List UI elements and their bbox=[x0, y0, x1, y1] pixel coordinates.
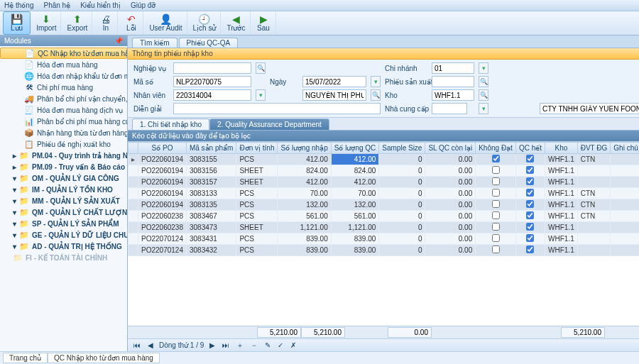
cell[interactable]: 0.00 bbox=[425, 165, 476, 177]
checkbox-qchet[interactable] bbox=[526, 211, 534, 219]
cell[interactable]: 70.00 bbox=[278, 188, 331, 199]
cell[interactable]: 0 bbox=[379, 211, 425, 222]
cell[interactable]: WHF1.1 bbox=[545, 177, 578, 188]
cell[interactable]: PCS bbox=[236, 233, 278, 245]
cell[interactable]: 561.00 bbox=[278, 211, 331, 222]
nav-cancel[interactable]: ✗ bbox=[289, 341, 297, 349]
tree-item[interactable]: 🛠Chi phí mua hàng bbox=[0, 82, 127, 93]
cell[interactable] bbox=[476, 154, 516, 165]
tree-folder[interactable]: ▾📁GE - QUẢN LÝ DỮ LIỆU CHUNG bbox=[0, 229, 127, 241]
cell[interactable]: 412.00 bbox=[331, 154, 379, 165]
cell[interactable]: PO22060238 bbox=[138, 222, 187, 233]
cell[interactable]: 0.00 bbox=[425, 233, 476, 245]
calendar-icon[interactable]: ▾ bbox=[371, 76, 381, 87]
prev-button[interactable]: ◀Trước bbox=[222, 11, 250, 35]
cell[interactable] bbox=[515, 154, 545, 165]
cell[interactable] bbox=[476, 199, 516, 211]
cell[interactable]: CTN bbox=[577, 154, 611, 165]
cell[interactable] bbox=[515, 177, 545, 188]
useraudit-button[interactable]: 👤User Audit bbox=[145, 11, 187, 35]
cell[interactable]: 0 bbox=[379, 245, 425, 256]
cell[interactable]: WHF1.1 bbox=[545, 245, 578, 256]
cell[interactable] bbox=[611, 188, 639, 199]
cell[interactable]: 0 bbox=[379, 165, 425, 177]
table-row[interactable]: PO220601943083133PCS70.0070.0000.00WHF1.… bbox=[129, 188, 640, 199]
tree-folder[interactable]: ▸📁PM.09 - Truy vấn & Báo cáo bbox=[0, 161, 127, 172]
cell[interactable]: WHF1.1 bbox=[545, 222, 578, 233]
cell[interactable]: PCS bbox=[236, 154, 278, 165]
cell[interactable]: PO22060194 bbox=[138, 177, 187, 188]
menu-kieuhienthi[interactable]: Kiểu hiển thị bbox=[80, 1, 121, 9]
cell[interactable]: 3083473 bbox=[186, 222, 236, 233]
cell[interactable] bbox=[476, 165, 516, 177]
table-row[interactable]: PO220701243083432PCS839.00839.0000.00WHF… bbox=[129, 245, 640, 256]
cell[interactable] bbox=[515, 222, 545, 233]
checkbox-khongdat[interactable] bbox=[492, 166, 500, 174]
import-button[interactable]: ⬇Import bbox=[32, 11, 61, 35]
table-row[interactable]: PO220601943083156SHEET824.00824.0000.00W… bbox=[129, 165, 640, 177]
cell[interactable]: PCS bbox=[236, 211, 278, 222]
cell[interactable] bbox=[515, 199, 545, 211]
cell[interactable]: PO22070124 bbox=[138, 245, 187, 256]
nav-prev[interactable]: ◀ bbox=[146, 341, 155, 349]
lookup-icon[interactable]: 🔍 bbox=[371, 89, 381, 101]
cell[interactable]: 70.00 bbox=[331, 188, 379, 199]
cell[interactable]: 0.00 bbox=[425, 211, 476, 222]
cell[interactable] bbox=[476, 233, 516, 245]
cell[interactable]: 3083432 bbox=[186, 245, 236, 256]
lookup-icon[interactable]: ▾ bbox=[256, 89, 266, 101]
history-button[interactable]: 🕘Lịch sử bbox=[189, 11, 222, 35]
checkbox-qchet[interactable] bbox=[526, 155, 534, 162]
col-header[interactable]: Đơn vị tính bbox=[236, 143, 278, 154]
save-button[interactable]: 💾Lưu bbox=[3, 11, 31, 35]
tree-folder[interactable]: ▾📁OM - QUẢN LÝ GIA CÔNG bbox=[0, 172, 127, 184]
input-nhanvien-code[interactable] bbox=[173, 89, 251, 101]
nav-remove[interactable]: － bbox=[249, 341, 259, 351]
tree-item[interactable]: 📦Nhận hàng thừa từ đơn hàng bbox=[0, 127, 127, 138]
next-button[interactable]: ▶Sau bbox=[252, 11, 276, 35]
input-ncc-code[interactable] bbox=[432, 103, 467, 114]
cell[interactable]: WHF1.1 bbox=[545, 233, 578, 245]
nav-first[interactable]: ⏮ bbox=[132, 341, 142, 349]
cell[interactable]: 0 bbox=[379, 199, 425, 211]
cell[interactable] bbox=[476, 177, 516, 188]
cell[interactable]: 3083431 bbox=[186, 233, 236, 245]
col-header[interactable]: Kho bbox=[545, 143, 578, 154]
lookup-icon[interactable]: ▾ bbox=[479, 103, 488, 114]
cell[interactable]: 839.00 bbox=[278, 245, 331, 256]
cell[interactable] bbox=[577, 177, 611, 188]
cell[interactable]: PCS bbox=[236, 199, 278, 211]
cell[interactable]: PO22060194 bbox=[138, 165, 187, 177]
nav-check[interactable]: ✓ bbox=[276, 341, 285, 349]
cell[interactable]: PCS bbox=[236, 188, 278, 199]
col-header[interactable]: Sample Size bbox=[379, 143, 425, 154]
cell[interactable] bbox=[611, 245, 639, 256]
tree-folder[interactable]: ▾📁IM - QUẢN LÝ TỒN KHO bbox=[0, 184, 127, 195]
checkbox-qchet[interactable] bbox=[526, 189, 534, 197]
col-header[interactable]: Số PO bbox=[138, 143, 187, 154]
cell[interactable]: 839.00 bbox=[331, 245, 379, 256]
tree-folder[interactable]: ▾📁SP - QUẢN LÝ SẢN PHẨM bbox=[0, 218, 127, 229]
cell[interactable]: 3083156 bbox=[186, 165, 236, 177]
menu-phanhe[interactable]: Phân hệ bbox=[43, 1, 70, 9]
lookup-icon[interactable]: 🔍 bbox=[479, 89, 488, 101]
cell[interactable] bbox=[611, 222, 639, 233]
cell[interactable]: 0 bbox=[379, 154, 425, 165]
checkbox-khongdat[interactable] bbox=[492, 234, 500, 242]
cell[interactable] bbox=[476, 222, 516, 233]
tree-folder[interactable]: ▾📁AD - QUẢN TRỊ HỆ THỐNG bbox=[0, 241, 127, 252]
input-nhanvien-name[interactable] bbox=[302, 89, 366, 101]
cell[interactable]: 0.00 bbox=[425, 177, 476, 188]
input-ncc-name[interactable] bbox=[540, 103, 639, 114]
tree-item-qc-nhapkho[interactable]: 📄QC Nhập kho từ đơn mua hàng bbox=[0, 48, 127, 59]
cell[interactable]: 3083155 bbox=[186, 154, 236, 165]
tab-chitiet[interactable]: 1. Chi tiết nhập kho bbox=[132, 118, 209, 130]
cell[interactable]: 3083135 bbox=[186, 199, 236, 211]
print-button[interactable]: 🖨In bbox=[94, 11, 118, 35]
grid[interactable]: Số POMã sản phẩmĐơn vị tínhSố lượng nhập… bbox=[128, 141, 639, 326]
cell[interactable]: SHEET bbox=[236, 222, 278, 233]
cell[interactable]: 0.00 bbox=[425, 199, 476, 211]
checkbox-qchet[interactable] bbox=[526, 223, 534, 231]
input-chinhanh[interactable] bbox=[432, 62, 474, 74]
checkbox-khongdat[interactable] bbox=[492, 200, 500, 208]
